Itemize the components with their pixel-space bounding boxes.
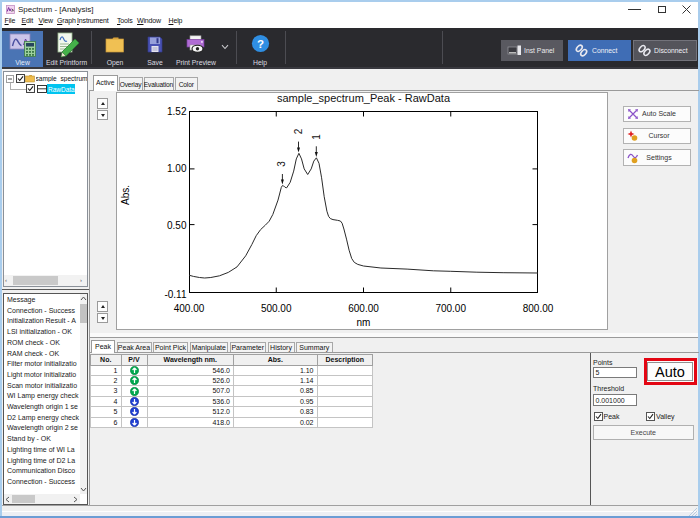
svg-text:1: 1 bbox=[311, 134, 322, 140]
svg-text:2: 2 bbox=[293, 128, 304, 134]
svg-text:?: ? bbox=[257, 38, 264, 50]
svg-text:3: 3 bbox=[276, 161, 287, 167]
